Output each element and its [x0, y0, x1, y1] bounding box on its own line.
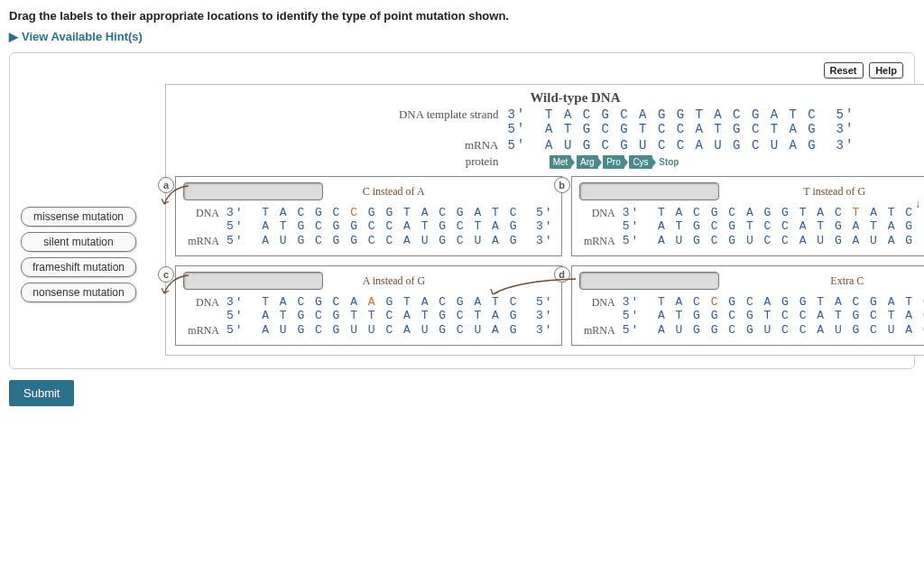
wt-label-template: DNA template strand — [336, 107, 507, 122]
mutation-panel-d: d Extra C DNA 3' T A C C G C A G G T A C… — [571, 265, 924, 346]
panel-letter-c: c — [158, 266, 174, 283]
wt-protein: 5' Met Arg Pro Cys Stop — [507, 154, 814, 169]
drag-label-frameshift[interactable]: frameshift mutation — [21, 257, 136, 277]
aa-stop: Stop — [657, 155, 680, 169]
dropzone-c[interactable] — [183, 272, 323, 290]
panel-c-mrna-label: mRNA — [183, 323, 226, 338]
panel-a-mrna-label: mRNA — [183, 234, 226, 248]
panel-note-d: Extra C — [830, 274, 864, 288]
panel-c-dna-label: DNA — [183, 295, 226, 310]
help-button[interactable]: Help — [869, 62, 903, 79]
panel-b-mrna-label: mRNA — [579, 234, 623, 248]
diagram-area: Wild-type DNA DNA template strand 3' T A… — [165, 84, 924, 356]
mutation-panel-c: c A instead of G DNA 3' T A C G C A A G … — [175, 265, 562, 346]
panel-a-dna-label: DNA — [183, 206, 226, 220]
chevron-right-icon: ▶ — [9, 30, 18, 43]
panel-c-dna-bottom: 5' A T G C G T T C A T G C T A G 3' — [226, 309, 554, 322]
wildtype-title: Wild-type DNA — [175, 90, 924, 106]
toolbar: Reset Help — [21, 62, 903, 79]
panel-d-mrna: 5' A U G G C G U C C A U G C U A G 3' — [623, 323, 924, 337]
panel-b-dna-bottom: 5' A T G C G T C C A T G A T A G 3' — [623, 219, 924, 233]
wt-dna-top: 3' T A C G C A G G T A C G A T C 5' — [507, 107, 814, 122]
view-hints-toggle[interactable]: ▶View Available Hint(s) — [9, 30, 915, 43]
wt-dna-bottom: 5' A T G C G T C C A T G C T A G 3' — [507, 122, 814, 136]
question-text: Drag the labels to their appropriate loc… — [9, 9, 915, 23]
panel-b-dna-top: 3' T A C G C A G G T A C T A T C 5' — [623, 206, 924, 219]
activity-panel: Reset Help missense mutation silent muta… — [9, 52, 915, 369]
drag-label-silent[interactable]: silent mutation — [21, 232, 136, 252]
arrow-down-icon: ↓ — [915, 198, 920, 211]
submit-button[interactable]: Submit — [9, 380, 74, 406]
panel-letter-d: d — [554, 266, 570, 283]
panel-note-c: A instead of G — [363, 274, 426, 288]
wt-label-mrna: mRNA — [336, 138, 507, 153]
hints-label: View Available Hint(s) — [22, 30, 143, 43]
panel-a-dna-top: 3' T A C G C C G G T A C G A T C 5' — [226, 206, 554, 219]
drag-label-missense[interactable]: missense mutation — [21, 207, 136, 227]
panel-a-dna-bottom: 5' A T G C G G C C A T G C T A G 3' — [226, 219, 554, 233]
dropzone-b[interactable] — [579, 182, 719, 200]
mutation-panel-a: a C instead of A DNA 3' T A C G C C G G … — [175, 176, 562, 256]
drag-label-nonsense[interactable]: nonsense mutation — [21, 283, 136, 302]
dropzone-d[interactable] — [579, 272, 719, 290]
aa-cys: Cys — [629, 155, 651, 169]
panel-d-dna-label: DNA — [579, 295, 623, 310]
aa-arg: Arg — [577, 155, 598, 169]
panel-a-mrna: 5' A U G C G G C C A U G C U A G 3' — [226, 234, 554, 247]
label-source-column: missense mutation silent mutation frames… — [21, 84, 165, 308]
panel-letter-a: a — [158, 177, 174, 193]
panel-c-dna-top: 3' T A C G C A A G T A C G A T C 5' — [226, 295, 554, 309]
panel-d-mrna-label: mRNA — [579, 323, 623, 338]
wt-mrna: 5' A U G C G U C C A U G C U A G 3' — [507, 138, 814, 153]
panel-d-dna-bottom: 5' A T G G C G T C C A T G C T A G 3' — [623, 309, 924, 322]
panel-b-dna-label: DNA — [579, 206, 623, 220]
reset-button[interactable]: Reset — [824, 62, 864, 79]
aa-pro: Pro — [603, 155, 624, 169]
aa-met: Met — [550, 155, 572, 169]
mutation-panel-b: b T instead of G ↓ DNA 3' T A C G C A G … — [571, 176, 924, 256]
wildtype-block: Wild-type DNA DNA template strand 3' T A… — [175, 90, 924, 169]
wt-label-protein: protein — [336, 154, 507, 169]
panel-c-mrna: 5' A U G C G U U C A U G C U A G 3' — [226, 323, 554, 337]
panel-note-a: C instead of A — [363, 185, 425, 199]
dropzone-a[interactable] — [183, 182, 323, 200]
panel-note-b: T instead of G ↓ — [803, 185, 865, 199]
panel-letter-b: b — [554, 177, 570, 193]
panel-b-mrna: 5' A U G C G U C C A U G A U A G 3' — [623, 234, 924, 247]
panel-d-dna-top: 3' T A C C G C A G G T A C G A T C 5' — [623, 295, 924, 309]
